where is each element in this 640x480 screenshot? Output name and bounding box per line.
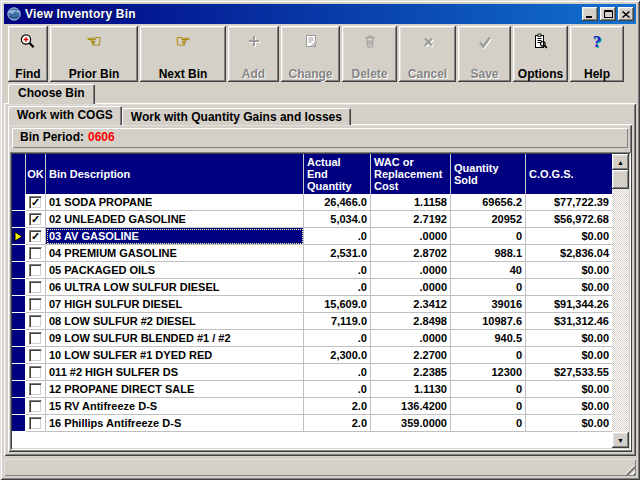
cogs-cell[interactable]: $2,836.04 (526, 245, 612, 262)
checkbox-unchecked[interactable] (29, 315, 42, 328)
bin-description-cell[interactable]: 06 ULTRA LOW SULFUR DIESEL (46, 279, 304, 296)
checkbox-unchecked[interactable] (29, 298, 42, 311)
minimize-button[interactable] (582, 7, 598, 21)
tab-work-with-cogs[interactable]: Work with COGS (8, 106, 122, 125)
tab-choose-bin[interactable]: Choose Bin (8, 84, 95, 104)
quantity-sold-cell[interactable]: 940.5 (451, 330, 526, 347)
checkbox-unchecked[interactable] (29, 281, 42, 294)
quantity-sold-cell[interactable]: 20952 (451, 211, 526, 228)
checkbox-unchecked[interactable] (29, 332, 42, 345)
options-button[interactable]: Options (513, 26, 568, 82)
table-row[interactable]: 05 PACKAGED OILS.0.000040$0.00 (12, 262, 612, 279)
resize-grip[interactable] (622, 462, 635, 475)
scrollbar-track[interactable] (612, 189, 629, 432)
maximize-button[interactable] (600, 7, 616, 21)
quantity-sold-cell[interactable]: 0 (451, 381, 526, 398)
checkbox-unchecked[interactable] (29, 417, 42, 430)
checkbox-checked[interactable]: ✓ (29, 230, 42, 243)
actual-end-quantity-cell[interactable]: 26,466.0 (304, 194, 371, 211)
checkbox-unchecked[interactable] (29, 264, 42, 277)
cogs-cell[interactable]: $31,312.46 (526, 313, 612, 330)
quantity-sold-cell[interactable]: 69656.2 (451, 194, 526, 211)
prior-bin-button[interactable]: ☜Prior Bin (50, 26, 138, 82)
table-row[interactable]: 06 ULTRA LOW SULFUR DIESEL.0.00000$0.00 (12, 279, 612, 296)
wac-replacement-cost-cell[interactable]: 2.2700 (371, 347, 451, 364)
actual-end-quantity-cell[interactable]: 2,300.0 (304, 347, 371, 364)
table-row[interactable]: ✓03 AV GASOLINE.0.00000$0.00 (12, 228, 612, 245)
actual-end-quantity-cell[interactable]: .0 (304, 279, 371, 296)
scroll-up-button[interactable]: ▲ (612, 154, 629, 170)
vertical-scrollbar[interactable]: ▲ ▼ (612, 154, 629, 448)
bin-description-cell[interactable]: 04 PREMIUM GASOLINE (46, 245, 304, 262)
bin-description-cell[interactable]: 15 RV Antifreeze D-S (46, 398, 304, 415)
quantity-sold-cell[interactable]: 0 (451, 228, 526, 245)
wac-replacement-cost-cell[interactable]: .0000 (371, 228, 451, 245)
wac-replacement-cost-cell[interactable]: 1.1130 (371, 381, 451, 398)
find-button[interactable]: Find (8, 26, 48, 82)
actual-end-quantity-cell[interactable]: 7,119.0 (304, 313, 371, 330)
actual-end-quantity-cell[interactable]: 2.0 (304, 398, 371, 415)
table-row[interactable]: 16 Phillips Antifreeze D-S2.0359.00000$0… (12, 415, 612, 432)
cogs-cell[interactable]: $91,344.26 (526, 296, 612, 313)
close-button[interactable] (618, 7, 634, 21)
quantity-sold-cell[interactable]: 12300 (451, 364, 526, 381)
tab-work-with-quantity-gains[interactable]: Work with Quantity Gains and losses (122, 108, 351, 125)
table-row[interactable]: 15 RV Antifreeze D-S2.0136.42000$0.00 (12, 398, 612, 415)
bin-description-cell[interactable]: 09 LOW SULFUR BLENDED #1 / #2 (46, 330, 304, 347)
bin-description-cell[interactable]: 03 AV GASOLINE (46, 228, 304, 245)
table-row[interactable]: 10 LOW SULFER #1 DYED RED2,300.02.27000$… (12, 347, 612, 364)
cogs-cell[interactable]: $27,533.55 (526, 364, 612, 381)
bin-description-cell[interactable]: 08 LOW SULFUR #2 DIESEL (46, 313, 304, 330)
wac-replacement-cost-cell[interactable]: .0000 (371, 279, 451, 296)
bin-description-cell[interactable]: 07 HIGH SULFUR DIESEL (46, 296, 304, 313)
bin-description-cell[interactable]: 01 SODA PROPANE (46, 194, 304, 211)
table-row[interactable]: 07 HIGH SULFUR DIESEL15,609.02.341239016… (12, 296, 612, 313)
quantity-sold-cell[interactable]: 0 (451, 347, 526, 364)
actual-end-quantity-cell[interactable]: .0 (304, 381, 371, 398)
table-row[interactable]: 09 LOW SULFUR BLENDED #1 / #2.0.0000940.… (12, 330, 612, 347)
scroll-down-button[interactable]: ▼ (612, 432, 629, 448)
wac-replacement-cost-cell[interactable]: 2.7192 (371, 211, 451, 228)
table-row[interactable]: 04 PREMIUM GASOLINE2,531.02.8702988.1$2,… (12, 245, 612, 262)
table-row[interactable]: 08 LOW SULFUR #2 DIESEL7,119.02.84981098… (12, 313, 612, 330)
wac-replacement-cost-cell[interactable]: 359.0000 (371, 415, 451, 432)
wac-replacement-cost-cell[interactable]: .0000 (371, 262, 451, 279)
actual-end-quantity-cell[interactable]: .0 (304, 228, 371, 245)
table-row[interactable]: ✓01 SODA PROPANE26,466.01.115869656.2$77… (12, 194, 612, 211)
actual-end-quantity-cell[interactable]: 2,531.0 (304, 245, 371, 262)
actual-end-quantity-cell[interactable]: 2.0 (304, 415, 371, 432)
cogs-cell[interactable]: $0.00 (526, 330, 612, 347)
actual-end-quantity-cell[interactable]: .0 (304, 262, 371, 279)
quantity-sold-cell[interactable]: 988.1 (451, 245, 526, 262)
cogs-cell[interactable]: $56,972.68 (526, 211, 612, 228)
cogs-cell[interactable]: $0.00 (526, 415, 612, 432)
wac-replacement-cost-cell[interactable]: 2.3412 (371, 296, 451, 313)
bin-description-cell[interactable]: 011 #2 HIGH SULFER DS (46, 364, 304, 381)
actual-end-quantity-cell[interactable]: 5,034.0 (304, 211, 371, 228)
quantity-sold-cell[interactable]: 0 (451, 398, 526, 415)
quantity-sold-cell[interactable]: 10987.6 (451, 313, 526, 330)
quantity-sold-cell[interactable]: 39016 (451, 296, 526, 313)
cogs-cell[interactable]: $0.00 (526, 381, 612, 398)
checkbox-unchecked[interactable] (29, 383, 42, 396)
next-bin-button[interactable]: ☞Next Bin (140, 26, 226, 82)
scrollbar-thumb[interactable] (612, 170, 629, 189)
cogs-cell[interactable]: $0.00 (526, 228, 612, 245)
wac-replacement-cost-cell[interactable]: 136.4200 (371, 398, 451, 415)
cogs-cell[interactable]: $77,722.39 (526, 194, 612, 211)
checkbox-unchecked[interactable] (29, 366, 42, 379)
actual-end-quantity-cell[interactable]: .0 (304, 330, 371, 347)
table-row[interactable]: 12 PROPANE DIRECT SALE.01.11300$0.00 (12, 381, 612, 398)
checkbox-checked[interactable]: ✓ (29, 213, 42, 226)
checkbox-unchecked[interactable] (29, 247, 42, 260)
cogs-cell[interactable]: $0.00 (526, 398, 612, 415)
actual-end-quantity-cell[interactable]: .0 (304, 364, 371, 381)
bin-description-cell[interactable]: 16 Phillips Antifreeze D-S (46, 415, 304, 432)
table-row[interactable]: ✓02 UNLEADED GASOLINE5,034.02.719220952$… (12, 211, 612, 228)
actual-end-quantity-cell[interactable]: 15,609.0 (304, 296, 371, 313)
bin-description-cell[interactable]: 10 LOW SULFER #1 DYED RED (46, 347, 304, 364)
help-button[interactable]: ?Help (570, 26, 624, 82)
cogs-cell[interactable]: $0.00 (526, 347, 612, 364)
title-bar[interactable]: View Inventory Bin (4, 4, 636, 24)
bin-description-cell[interactable]: 12 PROPANE DIRECT SALE (46, 381, 304, 398)
